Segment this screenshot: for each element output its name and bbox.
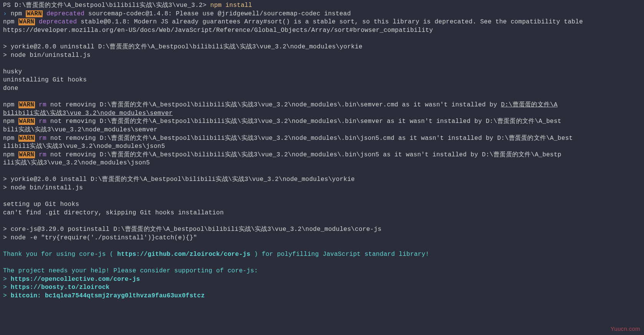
output-text: can't find .git directory, skipping Git …: [3, 209, 224, 216]
yorkie-uninstall-line2: > node bin/uninstall.js: [3, 51, 641, 60]
blank-line: [3, 168, 641, 176]
warn-line-2: npm WARN deprecated stable@0.1.8: Modern…: [3, 18, 641, 27]
blank-line: [3, 192, 641, 201]
output-text: done: [3, 85, 18, 92]
help-link3-line: > bitcoin: bc1qlea7544qtsmj2rayg0lthvza9…: [3, 292, 641, 300]
output-text: > yorkie@2.0.0 install D:\曹蛋蛋的文件\A_bestp…: [3, 176, 355, 183]
prompt-path: PS D:\曹蛋蛋的文件\A_bestpool\bilibili实战\实战3\v…: [3, 2, 210, 9]
yorkie-install-line1: > yorkie@2.0.0 install D:\曹蛋蛋的文件\A_bestp…: [3, 176, 641, 184]
husky-line2: uninstalling Git hooks: [3, 76, 641, 85]
deprecated-label: deprecated: [35, 18, 81, 25]
rm-warn-2-line2: bili实战\实战3\vue_3.2\node_modules\semver: [3, 126, 641, 134]
warn-badge: WARN: [26, 10, 43, 17]
warn-badge: WARN: [18, 135, 35, 142]
rm-warn-4-line1: npm WARN rm not removing D:\曹蛋蛋的文件\A_bes…: [3, 151, 641, 159]
prompt-command: npm install: [210, 2, 252, 9]
output-text: > node -e "try{require('./postinstall')}…: [3, 234, 197, 241]
thankyou-url: https://github.com/zloirock/core-js: [113, 251, 254, 258]
blank-line: [3, 93, 641, 101]
npm-label: npm: [3, 151, 18, 158]
output-text: uninstalling Git hooks: [3, 76, 87, 83]
warn-msg: not removing D:\曹蛋蛋的文件\A_bestpool\bilibi…: [50, 135, 573, 142]
output-text: setting up Git hooks: [3, 201, 79, 208]
yorkie-uninstall-line1: > yorkie@2.0.0 uninstall D:\曹蛋蛋的文件\A_bes…: [3, 43, 641, 51]
rm-warn-4-line2: ili实战\实战3\vue_3.2\node_modules\json5: [3, 159, 641, 168]
arrow: >: [3, 292, 7, 299]
output-text: > core-js@3.29.0 postinstall D:\曹蛋蛋的文件\A…: [3, 226, 382, 233]
rm-warn-2-line1: npm WARN rm not removing D:\曹蛋蛋的文件\A_bes…: [3, 118, 641, 126]
rm-label: rm: [35, 135, 50, 142]
husky-line1: husky: [3, 68, 641, 76]
npm-label: npm: [3, 101, 18, 108]
corejs-line1: > core-js@3.29.0 postinstall D:\曹蛋蛋的文件\A…: [3, 226, 641, 234]
npm-label: npm: [11, 10, 26, 17]
rm-label: rm: [35, 151, 50, 158]
help-link3: bitcoin: bc1qlea7544qtsmj2rayg0lthvza9fa…: [7, 292, 205, 299]
blank-line: [3, 217, 641, 226]
rm-warn-1-line1: npm WARN rm not removing D:\曹蛋蛋的文件\A_bes…: [3, 101, 641, 109]
help-link1-line: > https://opencollective.com/core-js: [3, 275, 641, 284]
warn-badge: WARN: [18, 151, 35, 158]
mdn-url-line: https://developer.mozilla.org/en-US/docs…: [3, 27, 641, 35]
corejs-line2: > node -e "try{require('./postinstall')}…: [3, 234, 641, 242]
warn-msg: not removing D:\曹蛋蛋的文件\A_bestpool\bilibi…: [50, 151, 561, 158]
rm-warn-1-line2: bilibili实战\实战3\vue_3.2\node_modules\semv…: [3, 109, 641, 118]
npm-label: npm: [3, 135, 18, 142]
yorkie-install-line2: > node bin/install.js: [3, 184, 641, 192]
thankyou-text2: ) for polyfilling JavaScript standard li…: [254, 251, 429, 258]
output-text: husky: [3, 68, 22, 75]
output-text: bili实战\实战3\vue_3.2\node_modules\semver: [3, 126, 158, 133]
thankyou-line: Thank you for using core-js ( https://gi…: [3, 250, 641, 259]
githooks-line1: setting up Git hooks: [3, 201, 641, 209]
githooks-line2: can't find .git directory, skipping Git …: [3, 209, 641, 217]
blank-line: [3, 242, 641, 250]
warn-msg: sourcemap-codec@1.4.8: Please use @jridg…: [88, 10, 351, 17]
warn-msg: stable@0.1.8: Modern JS already guarante…: [81, 18, 583, 25]
output-text: ili实战\实战3\vue_3.2\node_modules\json5: [3, 159, 150, 166]
npm-label: npm: [3, 18, 18, 25]
output-text: > node bin/uninstall.js: [3, 52, 91, 59]
rm-label: rm: [35, 118, 50, 125]
help-link1: https://opencollective.com/core-js: [7, 276, 140, 283]
rm-label: rm: [35, 101, 50, 108]
blank-line: [3, 35, 641, 43]
arrow: >: [3, 284, 7, 291]
warn-msg: not removing D:\曹蛋蛋的文件\A_bestpool\bilibi…: [50, 118, 561, 125]
deprecated-label: deprecated: [43, 10, 88, 17]
rm-warn-3-line1: npm WARN rm not removing D:\曹蛋蛋的文件\A_bes…: [3, 134, 641, 143]
thankyou-text: Thank you for using core-js (: [3, 251, 113, 258]
warn-msg: not removing D:\曹蛋蛋的文件\A_bestpool\bilibi…: [50, 101, 501, 108]
help-intro-line: The project needs your help! Please cons…: [3, 267, 641, 275]
underlined-path: D:\曹蛋蛋的文件\A: [501, 101, 558, 108]
blank-line: [3, 60, 641, 68]
arrow: >: [3, 276, 7, 283]
warn-badge: WARN: [18, 101, 35, 108]
underlined-path: bilibili实战\实战3\vue_3.2\node_modules\semv…: [3, 110, 173, 117]
npm-label: npm: [3, 118, 18, 125]
warn-badge: WARN: [18, 118, 35, 125]
help-link2-line: > https://boosty.to/zloirock: [3, 284, 641, 292]
warn-line-1: › npm WARN deprecated sourcemap-codec@1.…: [3, 10, 641, 18]
arrow-icon: ›: [3, 10, 7, 17]
rm-warn-3-line2: ilibili实战\实战3\vue_3.2\node_modules\json5: [3, 143, 641, 151]
output-text: > yorkie@2.0.0 uninstall D:\曹蛋蛋的文件\A_bes…: [3, 43, 362, 50]
terminal-prompt-line: PS D:\曹蛋蛋的文件\A_bestpool\bilibili实战\实战3\v…: [3, 2, 641, 10]
husky-line3: done: [3, 85, 641, 93]
output-text: > node bin/install.js: [3, 184, 83, 191]
help-link2: https://boosty.to/zloirock: [7, 284, 110, 291]
blank-line: [3, 259, 641, 267]
help-intro: The project needs your help! Please cons…: [3, 267, 258, 274]
mdn-url: https://developer.mozilla.org/en-US/docs…: [3, 27, 433, 34]
output-text: ilibili实战\实战3\vue_3.2\node_modules\json5: [3, 143, 165, 150]
warn-badge: WARN: [18, 18, 35, 25]
